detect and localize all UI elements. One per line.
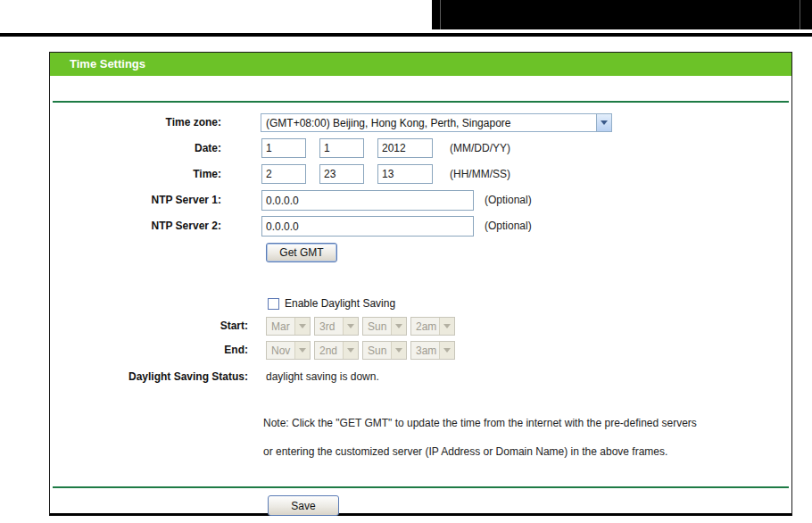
start-time-select: 2am — [410, 317, 455, 336]
date-month-input[interactable] — [261, 138, 306, 158]
start-month-value: Mar — [267, 320, 294, 333]
time-zone-select[interactable]: (GMT+08:00) Beijing, Hong Kong, Perth, S… — [261, 113, 612, 132]
note-line-1: Note: Click the "GET GMT" to update the … — [263, 417, 697, 429]
start-day-select: Sun — [362, 317, 407, 336]
top-black-divider-left — [440, 0, 441, 29]
save-button[interactable]: Save — [268, 495, 339, 516]
chevron-down-icon — [343, 318, 358, 335]
top-separator — [53, 101, 789, 103]
time-hour-input[interactable] — [261, 164, 306, 184]
date-label: Date: — [50, 138, 221, 158]
time-settings-panel: Time Settings Time zone: (GMT+08:00) Bei… — [49, 52, 792, 516]
ntp-server-1-input[interactable] — [261, 190, 474, 211]
start-month-select: Mar — [266, 317, 311, 336]
note-line-2: or entering the customized server (IP Ad… — [263, 445, 667, 458]
ntp-server-2-input[interactable] — [261, 216, 474, 237]
time-second-input[interactable] — [377, 164, 433, 184]
chevron-down-icon — [294, 318, 310, 335]
chevron-down-icon — [343, 342, 358, 359]
end-day-value: Sun — [363, 345, 391, 357]
end-month-select: Nov — [266, 341, 311, 360]
chevron-down-icon — [439, 318, 454, 335]
end-week-select: 2nd — [314, 341, 359, 360]
ntp-server-2-hint: (Optional) — [485, 216, 532, 237]
start-time-value: 2am — [411, 320, 439, 333]
daylight-start-label: Start: — [50, 317, 248, 336]
end-week-value: 2nd — [315, 345, 343, 357]
time-format-hint: (HH/MM/SS) — [450, 164, 510, 184]
start-week-value: 3rd — [315, 320, 343, 333]
chevron-down-icon — [391, 318, 406, 335]
daylight-end-label: End: — [50, 341, 248, 360]
time-zone-label: Time zone: — [50, 113, 221, 132]
date-day-input[interactable] — [319, 138, 364, 158]
time-minute-input[interactable] — [319, 164, 364, 184]
ntp-server-1-hint: (Optional) — [485, 190, 532, 211]
time-zone-selected-value: (GMT+08:00) Beijing, Hong Kong, Perth, S… — [261, 117, 596, 129]
enable-daylight-saving-label: Enable Daylight Saving — [285, 298, 395, 310]
start-day-value: Sun — [363, 320, 391, 333]
end-day-select: Sun — [362, 341, 407, 360]
ntp-server-1-label: NTP Server 1: — [50, 190, 221, 211]
chevron-down-icon — [391, 342, 406, 359]
enable-daylight-saving-checkbox[interactable] — [268, 298, 279, 310]
bottom-separator — [53, 486, 789, 488]
ntp-server-2-label: NTP Server 2: — [50, 216, 221, 237]
chevron-down-icon[interactable] — [596, 114, 611, 131]
date-format-hint: (MM/DD/YY) — [450, 138, 510, 158]
end-time-select: 3am — [410, 341, 455, 360]
end-time-value: 3am — [411, 345, 439, 357]
date-year-input[interactable] — [377, 138, 433, 158]
daylight-status-label: Daylight Saving Status: — [50, 370, 248, 383]
daylight-status-value: daylight saving is down. — [266, 370, 379, 383]
start-week-select: 3rd — [314, 317, 359, 336]
top-right-black-region — [432, 0, 812, 29]
chevron-down-icon — [294, 342, 310, 359]
top-black-divider-right — [800, 0, 800, 29]
page-title: Time Settings — [50, 53, 791, 76]
end-month-value: Nov — [267, 345, 294, 357]
chevron-down-icon — [439, 342, 454, 359]
time-label: Time: — [50, 164, 221, 184]
page-top-rule — [0, 33, 812, 37]
get-gmt-button[interactable]: Get GMT — [266, 243, 337, 262]
